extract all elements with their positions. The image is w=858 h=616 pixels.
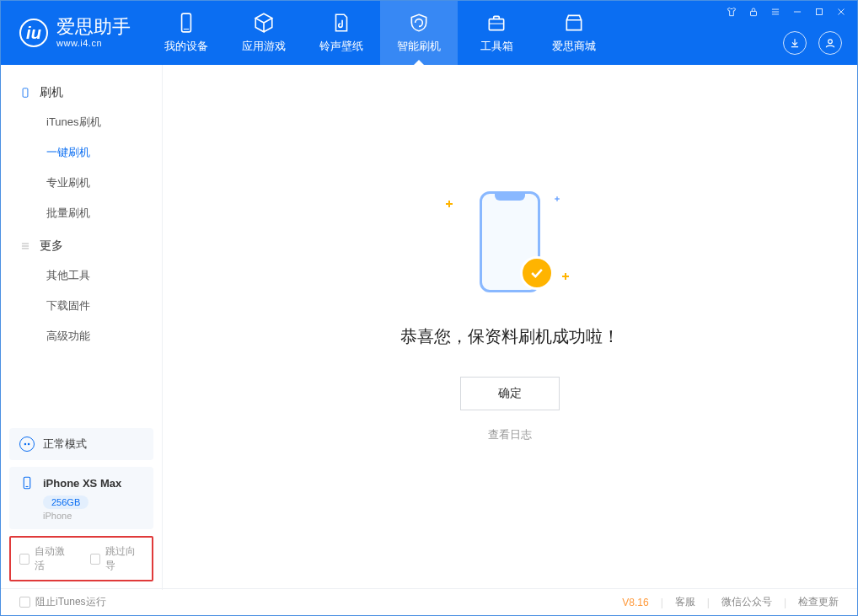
ok-button[interactable]: 确定 — [460, 377, 560, 410]
check-badge-icon — [520, 256, 554, 290]
app-title: 爱思助手 — [56, 18, 131, 36]
status-bar: 阻止iTunes运行 V8.16 | 客服 | 微信公众号 | 检查更新 — [1, 588, 857, 615]
view-log-link[interactable]: 查看日志 — [488, 427, 532, 442]
mode-label: 正常模式 — [43, 437, 87, 452]
close-button[interactable] — [835, 6, 847, 18]
refresh-shield-icon — [408, 12, 430, 34]
success-illustration — [434, 179, 586, 305]
device-capacity: 256GB — [43, 495, 88, 509]
svg-rect-13 — [23, 88, 28, 98]
sidebar-item-onekey-flash[interactable]: 一键刷机 — [1, 137, 162, 168]
minimize-button[interactable] — [791, 6, 803, 18]
tab-my-device[interactable]: 我的设备 — [147, 1, 225, 65]
main-content: 恭喜您，保资料刷机成功啦！ 确定 查看日志 — [163, 65, 857, 590]
toolbox-icon — [485, 12, 507, 34]
svg-point-12 — [829, 40, 833, 44]
maximize-button[interactable] — [813, 6, 825, 18]
svg-rect-9 — [817, 9, 823, 15]
device-name: iPhone XS Max — [43, 477, 121, 490]
store-icon — [563, 12, 585, 34]
device-icon — [175, 12, 197, 34]
device-type: iPhone — [43, 511, 143, 521]
menu-icon[interactable] — [770, 6, 781, 18]
tab-store[interactable]: 爱思商城 — [535, 1, 613, 65]
app-logo: iu 爱思助手 www.i4.cn — [1, 1, 147, 65]
sidebar-item-batch-flash[interactable]: 批量刷机 — [1, 198, 162, 228]
svg-rect-4 — [751, 11, 757, 15]
sidebar-item-itunes-flash[interactable]: iTunes刷机 — [1, 107, 162, 137]
success-message: 恭喜您，保资料刷机成功啦！ — [400, 325, 619, 348]
user-icon[interactable] — [818, 31, 842, 55]
check-update-link[interactable]: 检查更新 — [798, 595, 839, 609]
tab-ringtone-wallpaper[interactable]: 铃声壁纸 — [303, 1, 380, 65]
version-label: V8.16 — [622, 597, 648, 608]
mode-card[interactable]: 正常模式 — [9, 428, 153, 460]
sidebar-item-advanced[interactable]: 高级功能 — [1, 321, 162, 351]
tshirt-icon[interactable] — [726, 6, 737, 18]
device-card[interactable]: iPhone XS Max 256GB iPhone — [9, 467, 153, 529]
options-box: 自动激活 跳过向导 — [9, 536, 153, 581]
checkbox-block-itunes[interactable]: 阻止iTunes运行 — [19, 595, 106, 609]
sidebar-section-more: 更多 — [1, 232, 162, 260]
list-icon — [19, 240, 31, 252]
sidebar-item-pro-flash[interactable]: 专业刷机 — [1, 168, 162, 198]
support-link[interactable]: 客服 — [675, 595, 695, 609]
svg-point-17 — [24, 443, 27, 446]
phone-icon — [19, 87, 31, 99]
sidebar-item-download-firmware[interactable]: 下载固件 — [1, 291, 162, 321]
svg-point-18 — [28, 443, 30, 446]
device-phone-icon — [19, 475, 35, 490]
lock-icon[interactable] — [748, 6, 759, 18]
music-file-icon — [330, 12, 352, 34]
logo-icon: iu — [19, 19, 48, 47]
download-icon[interactable] — [783, 31, 807, 55]
sidebar-item-other-tools[interactable]: 其他工具 — [1, 260, 162, 291]
cube-icon — [253, 12, 275, 34]
wechat-link[interactable]: 微信公众号 — [721, 595, 772, 609]
tab-apps-games[interactable]: 应用游戏 — [225, 1, 303, 65]
svg-rect-2 — [489, 19, 503, 30]
app-url: www.i4.cn — [56, 38, 131, 48]
sidebar-section-flash: 刷机 — [1, 78, 162, 107]
mode-icon — [19, 437, 35, 452]
tab-toolbox[interactable]: 工具箱 — [458, 1, 535, 65]
checkbox-auto-activate[interactable]: 自动激活 — [19, 544, 73, 573]
tab-smart-flash[interactable]: 智能刷机 — [380, 1, 458, 65]
checkbox-skip-guide[interactable]: 跳过向导 — [90, 544, 144, 573]
sidebar: 刷机 iTunes刷机 一键刷机 专业刷机 批量刷机 更多 其他工具 下载固件 … — [1, 65, 163, 590]
